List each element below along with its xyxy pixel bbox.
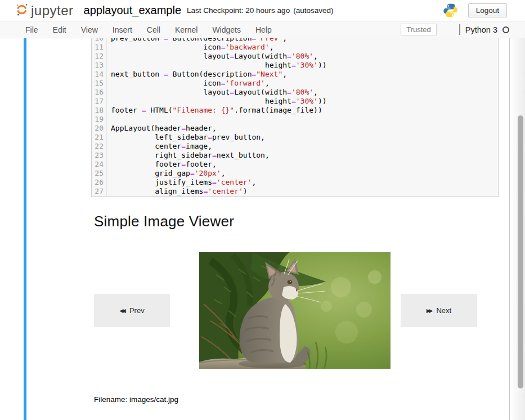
code-line[interactable]: 19 xyxy=(92,115,498,124)
code-line[interactable]: 24 footer=footer, xyxy=(92,160,498,169)
line-number: 27 xyxy=(92,187,107,196)
code-line[interactable]: 27 align_items='center') xyxy=(92,187,498,196)
menu-kernel[interactable]: Kernel xyxy=(168,23,205,37)
output-heading: Simple Image Viewer xyxy=(94,213,234,230)
code-line[interactable]: 25 grid_gap='20px', xyxy=(92,169,498,178)
menu-file[interactable]: File xyxy=(18,23,46,37)
filename-label: Filename: images/cat.jpg xyxy=(94,395,178,404)
scrollbar-track[interactable] xyxy=(510,38,525,420)
code-line[interactable]: 10prev_button = Button(description="Prev… xyxy=(92,38,498,43)
code-line[interactable]: 22 center=image, xyxy=(92,142,498,151)
menu-insert[interactable]: Insert xyxy=(105,23,140,37)
line-number: 22 xyxy=(92,142,107,151)
scrollbar-thumb[interactable] xyxy=(518,115,523,388)
line-number: 13 xyxy=(92,61,107,70)
code-line[interactable]: 16 layout=Layout(width='80%', xyxy=(92,88,498,97)
forward-icon: ▶▶ xyxy=(427,307,432,314)
code-line[interactable]: 26 justify_items='center', xyxy=(92,178,498,187)
line-number: 15 xyxy=(92,79,107,88)
line-number: 14 xyxy=(92,70,107,79)
line-number: 11 xyxy=(92,43,107,52)
trusted-badge[interactable]: Trusted xyxy=(401,24,437,35)
line-number: 16 xyxy=(92,88,107,97)
code-lines: 10prev_button = Button(description="Prev… xyxy=(92,38,498,196)
menu-edit[interactable]: Edit xyxy=(46,23,74,37)
menu-widgets[interactable]: Widgets xyxy=(205,23,248,37)
code-line[interactable]: 18footer = HTML("Filename: {}".format(im… xyxy=(92,106,498,115)
logout-button[interactable]: Logout xyxy=(468,3,507,17)
notebook-title[interactable]: applayout_example xyxy=(84,4,181,17)
line-number: 12 xyxy=(92,52,107,61)
line-number: 21 xyxy=(92,133,107,142)
code-line[interactable]: 20AppLayout(header=header, xyxy=(92,124,498,133)
next-button-label: Next xyxy=(436,306,451,315)
kernel-idle-icon xyxy=(502,26,509,33)
line-number: 20 xyxy=(92,124,107,133)
cat-photo xyxy=(199,252,391,369)
selected-cell-indicator xyxy=(24,38,26,420)
code-line[interactable]: 23 right_sidebar=next_button, xyxy=(92,151,498,160)
checkpoint-status: Last Checkpoint: 20 hours ago xyxy=(187,6,290,15)
code-line[interactable]: 17 height='30%')) xyxy=(92,97,498,106)
kernel-separator xyxy=(459,24,460,35)
prev-button-label: Prev xyxy=(129,306,145,315)
line-number: 10 xyxy=(92,38,107,43)
line-number: 18 xyxy=(92,106,107,115)
kernel-name: Python 3 xyxy=(465,25,497,34)
menu-view[interactable]: View xyxy=(74,23,105,37)
jupyter-logo[interactable]: jupyter xyxy=(16,3,74,19)
code-cell-editor[interactable]: 10prev_button = Button(description="Prev… xyxy=(91,38,499,197)
line-number: 23 xyxy=(92,151,107,160)
autosave-status: (autosaved) xyxy=(293,6,333,15)
jupyter-logo-text: jupyter xyxy=(31,4,74,19)
code-line[interactable]: 12 layout=Layout(width='80%', xyxy=(92,52,498,61)
prev-button[interactable]: ◀◀ Prev xyxy=(94,294,170,327)
next-button[interactable]: ▶▶ Next xyxy=(401,294,477,327)
header-bar: jupyter applayout_example Last Checkpoin… xyxy=(0,0,525,21)
line-number: 24 xyxy=(92,160,107,169)
code-line[interactable]: 21 left_sidebar=prev_button, xyxy=(92,133,498,142)
code-line[interactable]: 14next_button = Button(description="Next… xyxy=(92,70,498,79)
backward-icon: ◀◀ xyxy=(119,307,124,314)
python-logo-icon xyxy=(443,3,458,18)
code-line[interactable]: 13 height='30%')) xyxy=(92,61,498,70)
menu-help[interactable]: Help xyxy=(248,23,279,37)
code-line[interactable]: 11 icon='backward', xyxy=(92,43,498,52)
line-number: 25 xyxy=(92,169,107,178)
menu-cell[interactable]: Cell xyxy=(140,23,168,37)
line-number: 17 xyxy=(92,97,107,106)
line-number: 26 xyxy=(92,178,107,187)
jupyter-logo-icon xyxy=(16,3,28,19)
line-number: 19 xyxy=(92,115,107,124)
menubar: File Edit View Insert Cell Kernel Widget… xyxy=(0,21,525,38)
code-line[interactable]: 15 icon='forward', xyxy=(92,79,498,88)
